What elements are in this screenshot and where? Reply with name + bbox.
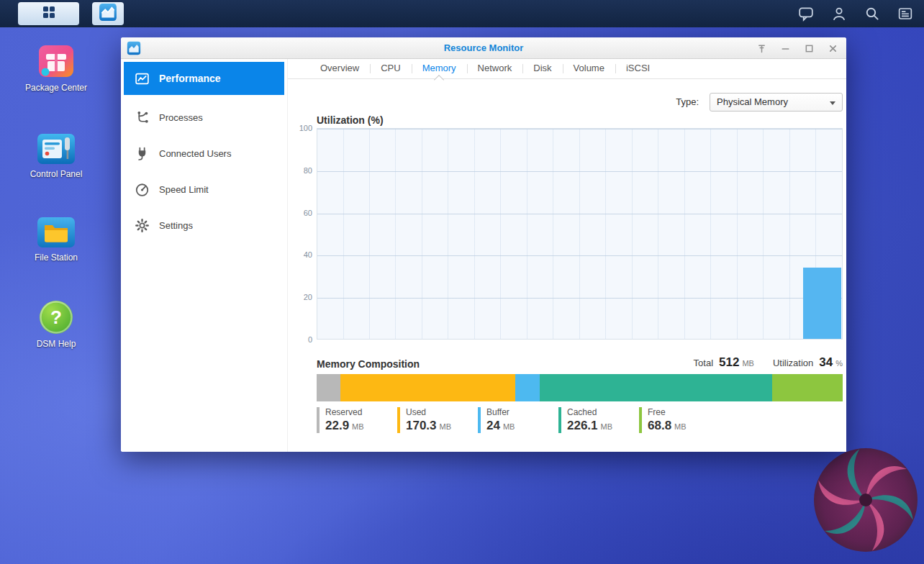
tab-iscsi[interactable]: iSCSI xyxy=(615,59,661,79)
legend-unit: MB xyxy=(503,422,515,431)
memory-tab-panel: Type: Physical Memory Utilization (%) 10… xyxy=(288,79,846,452)
legend-unit: MB xyxy=(674,422,687,431)
utilization-chart-title: Utilization (%) xyxy=(317,114,384,126)
legend-label: Free xyxy=(648,407,714,417)
legend-item-free: Free 68.8 MB xyxy=(639,407,714,433)
gauge-icon xyxy=(134,181,150,197)
performance-chart-icon xyxy=(134,70,150,86)
main-menu-button[interactable] xyxy=(18,2,79,25)
gear-icon xyxy=(134,217,150,233)
sidebar-item-performance[interactable]: Performance xyxy=(124,62,284,95)
sidebar-item-settings[interactable]: Settings xyxy=(121,207,287,243)
desktop-icon-file-station[interactable]: File Station xyxy=(22,216,91,263)
chevron-down-icon xyxy=(830,101,835,105)
desktop-background: Package Center Control Panel xyxy=(0,0,924,564)
memory-composition-bar xyxy=(317,374,843,401)
legend-item-used: Used 170.3 MB xyxy=(397,407,472,433)
tab-cpu[interactable]: CPU xyxy=(370,59,411,79)
sidebar-item-label: Processes xyxy=(159,112,203,123)
utilization-value: 34 xyxy=(819,355,833,370)
memory-type-value: Physical Memory xyxy=(717,96,788,107)
legend-unit: MB xyxy=(352,422,364,431)
window-titlebar[interactable]: Resource Monitor xyxy=(121,37,846,59)
sidebar-item-label: Settings xyxy=(159,220,193,231)
y-axis-tick: 60 xyxy=(288,209,312,217)
minimize-icon[interactable] xyxy=(780,43,790,53)
widgets-panel-icon[interactable] xyxy=(897,5,914,22)
memory-type-select[interactable]: Physical Memory xyxy=(710,93,843,112)
sidebar-item-processes[interactable]: Processes xyxy=(121,99,287,135)
tab-bar: Overview CPU Memory Network Disk Volume … xyxy=(288,59,846,79)
segment-free xyxy=(772,374,843,401)
total-label: Total xyxy=(694,358,713,368)
legend-value: 68.8 xyxy=(648,419,671,433)
segment-used xyxy=(340,374,515,401)
plug-icon xyxy=(134,145,150,161)
control-panel-icon xyxy=(22,132,91,165)
sidebar-item-connected-users[interactable]: Connected Users xyxy=(121,135,287,171)
user-account-icon[interactable] xyxy=(830,5,848,22)
process-tree-icon xyxy=(134,109,150,125)
notifications-icon[interactable] xyxy=(797,5,815,22)
legend-label: Cached xyxy=(567,407,633,417)
resource-monitor-taskbar-button[interactable] xyxy=(92,2,124,25)
desktop-icon-label: DSM Help xyxy=(22,339,91,349)
legend-label: Buffer xyxy=(486,407,553,417)
maximize-icon[interactable] xyxy=(804,43,814,53)
tab-memory[interactable]: Memory xyxy=(412,59,467,79)
utilization-label: Utilization xyxy=(773,358,813,368)
search-icon[interactable] xyxy=(864,5,881,22)
y-axis-tick: 40 xyxy=(288,250,312,259)
tab-disk[interactable]: Disk xyxy=(522,59,562,79)
desktop-icon-label: Control Panel xyxy=(22,169,91,179)
legend-item-buffer: Buffer 24 MB xyxy=(478,407,553,433)
tab-network[interactable]: Network xyxy=(467,59,523,79)
sidebar-item-label: Connected Users xyxy=(159,148,231,159)
y-axis-tick: 80 xyxy=(288,166,312,175)
desktop-icon-dsm-help[interactable]: ? DSM Help xyxy=(22,299,91,349)
resource-monitor-app-icon xyxy=(99,3,117,24)
legend-value: 24 xyxy=(486,419,500,433)
segment-cached xyxy=(540,374,772,401)
y-axis-tick: 100 xyxy=(288,124,312,132)
pin-icon[interactable] xyxy=(756,43,766,53)
memory-legend: Reserved 22.9 MB Used 170.3 MB xyxy=(317,407,714,433)
package-center-icon xyxy=(22,43,91,79)
utilization-unit: % xyxy=(835,359,843,368)
taskbar-tray xyxy=(797,0,914,27)
app-grid-icon xyxy=(42,5,56,22)
window-title: Resource Monitor xyxy=(121,37,846,59)
total-value: 512 xyxy=(719,355,739,370)
svg-text:?: ? xyxy=(50,306,62,328)
desktop-swirl-logo xyxy=(812,446,920,554)
legend-item-cached: Cached 226.1 MB xyxy=(558,407,633,433)
legend-label: Used xyxy=(406,407,472,417)
desktop-icon-control-panel[interactable]: Control Panel xyxy=(22,132,91,179)
total-unit: MB xyxy=(742,359,754,368)
file-station-icon xyxy=(22,216,91,249)
memory-utilization-bar xyxy=(803,268,841,339)
memory-composition-title: Memory Composition xyxy=(317,358,420,370)
legend-item-reserved: Reserved 22.9 MB xyxy=(317,407,391,433)
legend-value: 226.1 xyxy=(567,419,598,433)
close-icon[interactable] xyxy=(828,43,838,53)
utilization-chart xyxy=(317,128,843,340)
legend-label: Reserved xyxy=(325,407,391,417)
segment-buffer xyxy=(515,374,540,401)
y-axis-tick: 0 xyxy=(288,335,312,344)
tab-overview[interactable]: Overview xyxy=(309,59,370,79)
legend-unit: MB xyxy=(440,422,452,431)
sidebar-item-speed-limit[interactable]: Speed Limit xyxy=(121,171,287,207)
legend-value: 22.9 xyxy=(325,419,349,433)
sidebar-item-label: Speed Limit xyxy=(159,184,209,195)
sidebar-item-label: Performance xyxy=(159,73,221,84)
sidebar: Performance Processes xyxy=(121,59,288,452)
memory-totals: Total 512 MB Utilization 34 % xyxy=(694,355,843,370)
resource-monitor-window: Resource Monitor xyxy=(121,37,846,452)
desktop-icon-package-center[interactable]: Package Center xyxy=(22,43,91,93)
desktop-icon-label: Package Center xyxy=(22,83,91,93)
tab-volume[interactable]: Volume xyxy=(563,59,615,79)
y-axis-tick: 20 xyxy=(288,293,312,301)
segment-reserved xyxy=(317,374,340,401)
type-label: Type: xyxy=(676,96,699,107)
